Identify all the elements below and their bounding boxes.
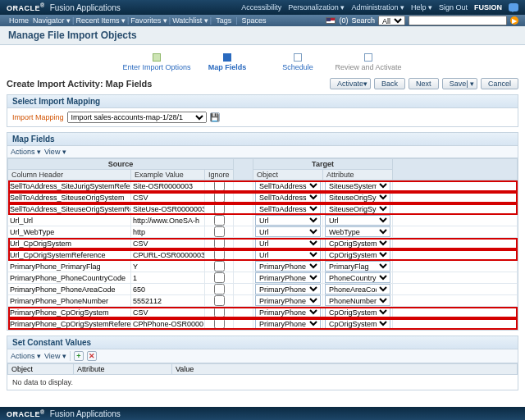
attribute-select[interactable]: PhoneAreaCode — [325, 284, 390, 294]
cv-actions-menu[interactable]: Actions ▾ — [11, 352, 41, 360]
locale-flag-icon[interactable] — [326, 17, 336, 24]
table-row[interactable]: Url_CpOrigSystemCSVUrlCpOrigSystem — [8, 238, 518, 249]
train-step-schedule[interactable]: Schedule — [265, 53, 331, 71]
ignore-checkbox[interactable] — [214, 215, 225, 226]
nav-tags[interactable]: Tags — [213, 16, 234, 25]
object-select[interactable]: Url — [255, 215, 321, 226]
attribute-select[interactable]: PhoneCountryC — [325, 272, 390, 283]
object-select[interactable]: PrimaryPhone — [255, 261, 321, 272]
search-scope[interactable]: All — [378, 16, 405, 25]
object-select[interactable]: SellToAddress — [255, 203, 321, 214]
table-row[interactable]: Url_Urlhttp://www.OneSA-hUrlUrl — [8, 215, 518, 226]
import-mapping-select[interactable]: Import sales-accounts-map-1/28/1 — [67, 112, 207, 123]
next-button[interactable]: Next — [409, 78, 439, 89]
ignore-checkbox[interactable] — [214, 203, 225, 214]
cell-example: http — [131, 226, 205, 238]
administration-menu[interactable]: Administration ▾ — [351, 3, 404, 11]
ignore-checkbox[interactable] — [214, 180, 225, 191]
table-row[interactable]: PrimaryPhone_PhoneAreaCode650PrimaryPhon… — [8, 284, 518, 295]
attribute-select[interactable]: CpOrigSystemR — [325, 318, 390, 329]
object-select[interactable]: Url — [255, 238, 321, 249]
object-select[interactable]: Url — [255, 249, 321, 260]
ignore-checkbox[interactable] — [214, 295, 225, 306]
save-button[interactable]: Save | ▾ — [442, 78, 477, 89]
personalization-menu[interactable]: Personalization ▾ — [288, 3, 345, 11]
attribute-select[interactable]: WebType — [325, 226, 390, 237]
nav-recent[interactable]: Recent Items ▾ — [75, 16, 126, 25]
cell-example: CPURL-OSR0000003 — [131, 249, 205, 261]
table-row[interactable]: SellToAddress_SiteuseOrigSystemCSVSellTo… — [8, 192, 518, 203]
ignore-checkbox[interactable] — [214, 284, 225, 294]
object-select[interactable]: PrimaryPhone — [255, 307, 321, 317]
constant-values-header: Set Constant Values — [7, 336, 518, 349]
attribute-select[interactable]: SiteuseOrigSyst — [325, 203, 390, 214]
col-example[interactable]: Example Value — [131, 170, 205, 180]
attribute-select[interactable]: Url — [325, 215, 390, 226]
cell-example: 650 — [131, 284, 205, 295]
train-step-options[interactable]: Enter Import Options — [124, 53, 189, 71]
map-fields-panel: Map Fields Actions ▾ View ▾ Source Targe… — [7, 132, 518, 331]
object-select[interactable]: PrimaryPhone — [255, 284, 321, 294]
nav-favorites[interactable]: Favorites ▾ — [130, 16, 167, 25]
search-go-icon[interactable]: ▶ — [510, 16, 518, 25]
actions-menu[interactable]: Actions ▾ — [11, 148, 41, 156]
cv-col-object[interactable]: Object — [8, 364, 74, 375]
table-row[interactable]: PrimaryPhone_PhoneCountryCode1PrimaryPho… — [8, 272, 518, 284]
attribute-select[interactable]: SiteuseSystemR — [325, 180, 390, 191]
object-select[interactable]: Url — [255, 226, 321, 237]
ignore-checkbox[interactable] — [214, 261, 225, 272]
table-row[interactable]: PrimaryPhone_PrimaryFlagYPrimaryPhonePri… — [8, 261, 518, 272]
nav-home[interactable]: Home — [7, 16, 31, 25]
attribute-select[interactable]: CpOrigSystem — [325, 307, 390, 317]
add-icon[interactable]: + — [74, 351, 84, 361]
object-select[interactable]: SellToAddress — [255, 192, 321, 203]
group-source: Source — [8, 159, 234, 170]
col-attribute[interactable]: Attribute — [323, 170, 393, 180]
ignore-checkbox[interactable] — [214, 318, 225, 329]
train-step-mapfields[interactable]: Map Fields — [194, 53, 260, 71]
object-select[interactable]: PrimaryPhone — [255, 295, 321, 306]
table-row[interactable]: SellToAddress_SiteJurigSystemReferenceSi… — [8, 180, 518, 192]
cv-view-menu[interactable]: View ▾ — [44, 352, 66, 360]
ignore-checkbox[interactable] — [214, 307, 225, 317]
ignore-checkbox[interactable] — [214, 226, 225, 237]
col-ignore[interactable]: Ignore — [205, 170, 234, 180]
cell-column: SellToAddress_SiteJurigSystemReference — [8, 180, 131, 192]
cv-col-attribute[interactable]: Attribute — [74, 364, 172, 375]
cancel-button[interactable]: Cancel — [481, 78, 518, 89]
attribute-select[interactable]: CpOrigSystem — [325, 238, 390, 249]
search-input[interactable] — [409, 16, 507, 25]
remove-icon[interactable]: ✕ — [87, 351, 97, 361]
activate-button[interactable]: Activate ▾ — [330, 78, 371, 89]
view-menu[interactable]: View ▾ — [44, 148, 66, 156]
attribute-select[interactable]: PrimaryFlag — [325, 261, 390, 272]
nav-watchlist[interactable]: Watchlist ▾ — [172, 16, 208, 25]
attribute-select[interactable]: PhoneNumber — [325, 295, 390, 306]
table-row[interactable]: PrimaryPhone_CpOrigSystemCSVPrimaryPhone… — [8, 307, 518, 318]
cv-col-value[interactable]: Value — [172, 364, 518, 375]
object-select[interactable]: PrimaryPhone — [255, 318, 321, 329]
accessibility-link[interactable]: Accessibility — [241, 3, 281, 11]
signout-link[interactable]: Sign Out — [439, 3, 468, 11]
table-row[interactable]: Url_WebTypehttpUrlWebType — [8, 226, 518, 238]
ignore-checkbox[interactable] — [214, 192, 225, 203]
nav-navigator[interactable]: Navigator ▾ — [33, 16, 71, 25]
mapping-save-icon[interactable]: 💾 — [210, 112, 220, 122]
table-row[interactable]: PrimaryPhone_PhoneNumber5552112PrimaryPh… — [8, 295, 518, 307]
nav-spaces[interactable]: Spaces — [240, 16, 269, 25]
col-header[interactable]: Column Header — [8, 170, 131, 180]
back-button[interactable]: Back — [374, 78, 405, 89]
table-row[interactable]: SellToAddress_SiteuseOrigSystemRefSiteUs… — [8, 203, 518, 215]
ignore-checkbox[interactable] — [214, 238, 225, 249]
table-row[interactable]: PrimaryPhone_CpOrigSystemReferenceCPhPho… — [8, 318, 518, 330]
chat-icon[interactable] — [509, 3, 518, 11]
table-row[interactable]: Url_CpOrigSystemReferenceCPURL-OSR000000… — [8, 249, 518, 261]
ignore-checkbox[interactable] — [214, 249, 225, 260]
attribute-select[interactable]: SiteuseOrigSyst — [325, 192, 390, 203]
help-menu[interactable]: Help ▾ — [411, 3, 432, 11]
attribute-select[interactable]: CpOrigSystemR — [325, 249, 390, 260]
object-select[interactable]: PrimaryPhone — [255, 272, 321, 283]
object-select[interactable]: SellToAddress — [255, 180, 321, 191]
ignore-checkbox[interactable] — [214, 272, 225, 283]
col-object[interactable]: Object — [253, 170, 323, 180]
